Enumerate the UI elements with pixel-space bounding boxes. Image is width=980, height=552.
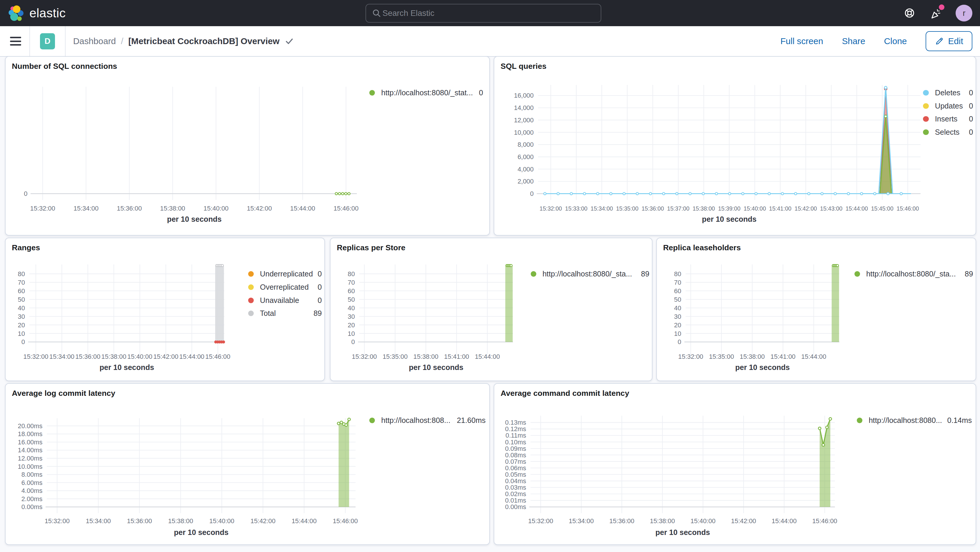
chart-canvas[interactable]: 0102030405060708015:32:0015:35:0015:38:0…	[331, 238, 652, 381]
legend-item[interactable]: http://localhost:8080/_sta...89	[854, 267, 973, 281]
search-input[interactable]	[381, 8, 595, 19]
svg-text:15:40:00: 15:40:00	[690, 517, 716, 525]
svg-text:per 10 seconds: per 10 seconds	[702, 215, 757, 223]
svg-text:15:44:00: 15:44:00	[179, 353, 204, 360]
svg-text:0.11ms: 0.11ms	[506, 432, 526, 439]
legend-item[interactable]: Underreplicated0	[248, 267, 322, 281]
panel-title: Replica leaseholders	[663, 243, 741, 252]
legend-swatch-icon	[369, 90, 375, 95]
svg-text:15:44:00: 15:44:00	[292, 517, 317, 525]
legend-item[interactable]: Deletes0	[923, 86, 973, 99]
legend-label[interactable]: Underreplicated	[260, 270, 313, 278]
legend-item[interactable]: http://localhost:808...21.60ms	[369, 414, 485, 427]
svg-text:15:32:00: 15:32:00	[528, 517, 553, 525]
chart-canvas[interactable]: 015:32:0015:34:0015:36:0015:38:0015:40:0…	[6, 57, 489, 235]
legend-item[interactable]: Overreplicated0	[248, 280, 322, 294]
legend-label[interactable]: Selects	[935, 128, 960, 137]
dashboard-badge[interactable]: D	[40, 33, 55, 49]
clone-button[interactable]: Clone	[884, 36, 907, 46]
newsfeed-icon[interactable]	[929, 7, 942, 19]
svg-text:15:36:00: 15:36:00	[75, 353, 100, 360]
legend-swatch-icon	[248, 297, 254, 303]
legend-value: 0	[314, 270, 322, 278]
breadcrumb: Dashboard / [Metricbeat CockroachDB] Ove…	[73, 36, 294, 46]
svg-text:15:44:00: 15:44:00	[772, 517, 797, 525]
menu-icon[interactable]	[10, 37, 21, 46]
toolbar: D Dashboard / [Metricbeat CockroachDB] O…	[0, 26, 980, 57]
legend-value: 89	[637, 270, 649, 278]
svg-text:per 10 seconds: per 10 seconds	[174, 528, 229, 536]
legend-item[interactable]: Inserts0	[923, 112, 973, 126]
global-search[interactable]	[366, 4, 601, 23]
legend-label[interactable]: Inserts	[935, 115, 958, 123]
legend-label[interactable]: Overreplicated	[260, 283, 309, 291]
svg-text:15:46:00: 15:46:00	[205, 353, 230, 360]
svg-text:15:36:00: 15:36:00	[609, 517, 634, 525]
pencil-icon	[935, 37, 944, 46]
chart-legend: Underreplicated0Overreplicated0Unavailab…	[248, 267, 322, 320]
legend-item[interactable]: Updates0	[923, 99, 973, 113]
svg-text:15:44:00: 15:44:00	[290, 205, 315, 212]
panel-replica-leaseholders: 0102030405060708015:32:0015:35:0015:38:0…	[656, 238, 976, 382]
breadcrumb-separator: /	[121, 36, 123, 46]
legend-label[interactable]: Total	[260, 309, 276, 318]
chart-canvas[interactable]: 0102030405060708015:32:0015:35:0015:38:0…	[657, 238, 975, 381]
svg-text:15:41:00: 15:41:00	[770, 353, 795, 360]
svg-text:15:32:00: 15:32:00	[30, 205, 55, 212]
breadcrumb-dashboard[interactable]: Dashboard	[73, 36, 116, 46]
legend-label[interactable]: http://localhost:8080/_sta...	[866, 270, 956, 278]
page-title[interactable]: [Metricbeat CockroachDB] Overview	[128, 36, 279, 46]
svg-text:10.00ms: 10.00ms	[18, 463, 43, 470]
legend-label[interactable]: Unavailable	[260, 296, 299, 305]
help-icon[interactable]	[903, 7, 916, 19]
elastic-logo[interactable]: elastic	[8, 5, 66, 22]
svg-text:20: 20	[348, 321, 355, 328]
legend-label[interactable]: http://localhost:8080/_stat...	[381, 89, 473, 97]
chart-canvas[interactable]: 0.00ms2.00ms4.00ms6.00ms8.00ms10.00ms12.…	[6, 384, 489, 544]
share-button[interactable]: Share	[842, 36, 865, 46]
notification-dot	[939, 5, 944, 10]
svg-text:15:36:00: 15:36:00	[127, 517, 152, 525]
elastic-logo-icon	[8, 5, 24, 22]
svg-text:70: 70	[18, 278, 25, 286]
panel-title: Number of SQL connections	[12, 62, 117, 71]
svg-text:15:32:00: 15:32:00	[678, 353, 703, 360]
legend-label[interactable]: Updates	[935, 102, 963, 110]
svg-text:0: 0	[21, 338, 25, 345]
legend-label[interactable]: http://localhost:808...	[381, 416, 450, 425]
legend-label[interactable]: Deletes	[935, 89, 960, 97]
panel-ranges: 0102030405060708015:32:0015:34:0015:36:0…	[5, 238, 325, 382]
legend-item[interactable]: http://localhost:8080...0.14ms	[857, 414, 972, 427]
legend-swatch-icon	[531, 271, 536, 277]
legend-item[interactable]: http://localhost:8080/_sta...89	[531, 267, 649, 281]
check-icon	[285, 37, 294, 46]
chart-canvas[interactable]: 0.00ms0.01ms0.02ms0.03ms0.04ms0.05ms0.06…	[494, 384, 975, 544]
svg-text:8.00ms: 8.00ms	[21, 471, 43, 478]
legend-swatch-icon	[923, 129, 929, 135]
search-icon	[372, 8, 381, 18]
svg-text:20: 20	[674, 321, 681, 328]
legend-value: 0	[475, 89, 483, 97]
svg-text:15:35:00: 15:35:00	[383, 353, 408, 360]
full-screen-button[interactable]: Full screen	[780, 36, 823, 46]
toolbar-actions: Full screen Share Clone Edit	[780, 26, 972, 56]
legend-item[interactable]: Unavailable0	[248, 294, 322, 307]
svg-text:30: 30	[348, 313, 355, 320]
chart-canvas[interactable]: 02,0004,0006,0008,00010,00012,00014,0001…	[494, 57, 975, 235]
svg-text:15:34:00: 15:34:00	[73, 205, 99, 212]
legend-label[interactable]: http://localhost:8080...	[869, 416, 942, 425]
legend-item[interactable]: http://localhost:8080/_stat...0	[369, 86, 483, 99]
svg-text:15:38:00: 15:38:00	[740, 353, 765, 360]
edit-button[interactable]: Edit	[926, 31, 972, 51]
avatar[interactable]: r	[956, 5, 972, 21]
legend-item[interactable]: Selects0	[923, 126, 973, 139]
svg-text:60: 60	[18, 287, 25, 294]
legend-item[interactable]: Total89	[248, 307, 322, 320]
divider	[29, 26, 30, 56]
svg-text:10,000: 10,000	[514, 129, 534, 136]
legend-value: 0	[965, 89, 973, 97]
panel-title: Replicas per Store	[337, 243, 406, 252]
svg-text:15:44:00: 15:44:00	[475, 353, 500, 360]
svg-text:0.00ms: 0.00ms	[505, 503, 526, 511]
legend-label[interactable]: http://localhost:8080/_sta...	[542, 270, 632, 278]
